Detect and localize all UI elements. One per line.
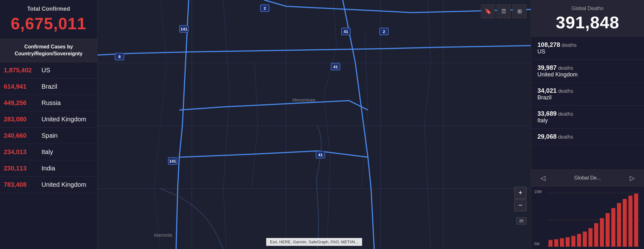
svg-rect-27 bbox=[634, 194, 638, 247]
total-confirmed-label: Total Confirmed bbox=[3, 6, 94, 12]
country-item[interactable]: 1,875,402 US bbox=[0, 62, 97, 79]
bookmark-button[interactable]: 🔖 bbox=[481, 4, 495, 18]
map-area[interactable]: Menominee Marinette 141 8 2 41 2 41 141 … bbox=[97, 0, 531, 249]
zoom-out-button[interactable]: − bbox=[514, 199, 526, 211]
svg-rect-14 bbox=[560, 238, 564, 247]
svg-rect-20 bbox=[594, 223, 598, 247]
country-item[interactable]: 240,660 Spain bbox=[0, 128, 97, 144]
svg-rect-15 bbox=[566, 237, 570, 247]
deaths-country: Brazil bbox=[537, 94, 638, 101]
deaths-count: 108,278 bbox=[537, 41, 560, 48]
svg-rect-26 bbox=[628, 196, 632, 246]
svg-rect-13 bbox=[554, 239, 558, 246]
total-confirmed-value: 6,675,011 bbox=[3, 14, 94, 33]
deaths-nav: ◁ Global De... ▷ bbox=[531, 169, 644, 186]
deaths-label: deaths bbox=[558, 111, 573, 117]
deaths-nav-prev[interactable]: ◁ bbox=[537, 173, 548, 183]
deaths-item[interactable]: 33,689 deaths Italy bbox=[531, 106, 644, 129]
deaths-item[interactable]: 108,278 deaths US bbox=[531, 37, 644, 60]
svg-rect-16 bbox=[571, 236, 575, 246]
deaths-label: deaths bbox=[558, 65, 573, 71]
chart-y-labels: 10M 5M bbox=[534, 190, 541, 246]
deaths-country: Italy bbox=[537, 117, 638, 124]
confirmed-cases-title: Confirmed Cases by Country/Region/Sovere… bbox=[4, 43, 93, 58]
svg-rect-24 bbox=[617, 203, 621, 247]
right-panel: Global Deaths 391,848 108,278 deaths US … bbox=[531, 0, 644, 249]
deaths-item[interactable]: 39,987 deaths United Kingdom bbox=[531, 60, 644, 83]
confirmed-cases-header: Confirmed Cases by Country/Region/Sovere… bbox=[0, 39, 97, 62]
map-scale: 35 bbox=[516, 217, 526, 224]
country-name: Spain bbox=[42, 132, 58, 139]
zoom-in-button[interactable]: + bbox=[514, 187, 526, 199]
svg-rect-12 bbox=[548, 240, 552, 246]
deaths-label: deaths bbox=[562, 42, 577, 48]
map-zoom-controls: + − bbox=[514, 187, 526, 211]
chart-svg bbox=[547, 190, 641, 247]
global-deaths-box: Global Deaths 391,848 bbox=[531, 0, 644, 37]
deaths-count: 39,987 bbox=[537, 64, 557, 71]
country-item[interactable]: 614,941 Brazil bbox=[0, 79, 97, 95]
svg-rect-0 bbox=[97, 0, 531, 249]
deaths-nav-label: Global De... bbox=[574, 175, 601, 181]
deaths-country: United Kingdom bbox=[537, 71, 638, 78]
country-item[interactable]: 230,113 India bbox=[0, 160, 97, 177]
global-deaths-label: Global Deaths bbox=[537, 6, 638, 11]
chart-y-label-10m: 10M bbox=[534, 190, 541, 194]
list-view-button[interactable]: ☰ bbox=[497, 4, 511, 18]
map-attribution: Esri, HERE, Garmin, SafeGraph, FAO, METI… bbox=[266, 238, 362, 246]
country-item[interactable]: 234,013 Italy bbox=[0, 144, 97, 160]
country-count: 230,113 bbox=[4, 165, 38, 172]
svg-rect-8 bbox=[547, 190, 641, 247]
deaths-count: 34,021 bbox=[537, 87, 557, 94]
left-panel: Total Confirmed 6,675,011 Confirmed Case… bbox=[0, 0, 97, 249]
deaths-count: 33,689 bbox=[537, 110, 557, 117]
country-name: United Kingdom bbox=[42, 181, 86, 188]
country-name: Italy bbox=[42, 148, 53, 156]
svg-rect-17 bbox=[577, 234, 581, 247]
deaths-list: 108,278 deaths US 39,987 deaths United K… bbox=[531, 37, 644, 169]
chart-y-label-5m: 5M bbox=[534, 242, 541, 246]
grid-view-button[interactable]: ⊞ bbox=[513, 4, 526, 18]
svg-rect-21 bbox=[600, 218, 604, 247]
country-name: US bbox=[42, 67, 50, 74]
svg-rect-25 bbox=[623, 199, 627, 247]
deaths-count: 29,068 bbox=[537, 133, 557, 140]
map-toolbar: 🔖 ☰ ⊞ bbox=[481, 4, 526, 18]
country-count: 1,875,402 bbox=[4, 67, 38, 74]
deaths-item[interactable]: 34,021 deaths Brazil bbox=[531, 83, 644, 106]
map-svg bbox=[97, 0, 531, 249]
country-name: Brazil bbox=[42, 83, 57, 90]
svg-rect-18 bbox=[583, 231, 587, 246]
chart-area: 10M 5M bbox=[531, 186, 644, 249]
country-item[interactable]: 283,080 United Kingdom bbox=[0, 111, 97, 128]
deaths-item[interactable]: 29,068 deaths bbox=[531, 129, 644, 145]
country-item[interactable]: 783,408 United Kingdom bbox=[0, 177, 97, 193]
country-count: 240,660 bbox=[4, 132, 38, 139]
total-confirmed-box: Total Confirmed 6,675,011 bbox=[0, 0, 97, 39]
country-count: 283,080 bbox=[4, 116, 38, 123]
country-name: United Kingdom bbox=[42, 116, 86, 123]
deaths-nav-next[interactable]: ▷ bbox=[627, 173, 638, 183]
country-list: 1,875,402 US 614,941 Brazil 449,256 Russ… bbox=[0, 62, 97, 249]
country-item[interactable]: 449,256 Russia bbox=[0, 95, 97, 111]
country-name: India bbox=[42, 165, 55, 172]
svg-rect-19 bbox=[588, 228, 592, 247]
global-deaths-value: 391,848 bbox=[537, 13, 638, 32]
deaths-label: deaths bbox=[558, 134, 573, 140]
deaths-country: US bbox=[537, 48, 638, 55]
country-count: 234,013 bbox=[4, 148, 38, 156]
svg-rect-23 bbox=[611, 208, 615, 247]
country-count: 449,256 bbox=[4, 99, 38, 107]
country-count: 783,408 bbox=[4, 181, 38, 188]
country-name: Russia bbox=[42, 99, 61, 107]
svg-rect-22 bbox=[606, 213, 610, 247]
country-count: 614,941 bbox=[4, 83, 38, 90]
deaths-label: deaths bbox=[558, 88, 573, 94]
